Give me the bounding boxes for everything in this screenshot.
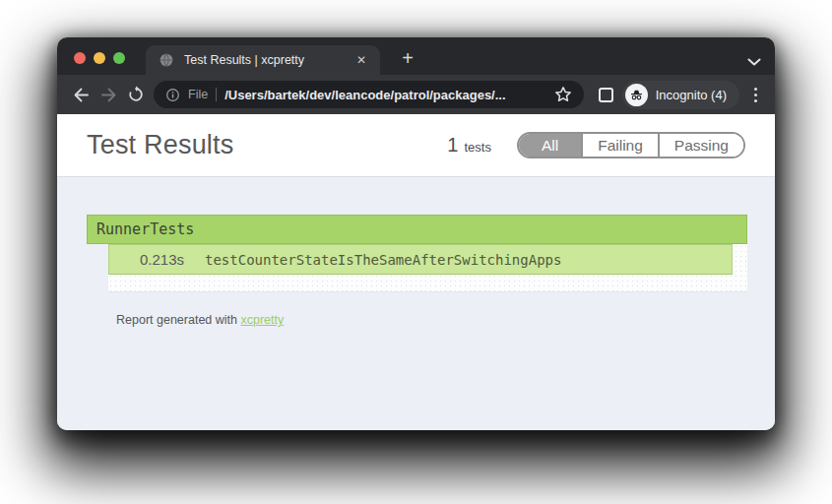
test-count-unit: tests [464,140,490,155]
browser-tab[interactable]: Test Results | xcpretty ✕ [146,45,380,75]
zoom-window-button[interactable] [113,52,125,64]
results-area: RunnerTests 0.213s testCounterStateIsThe… [57,177,775,347]
plus-icon: + [402,47,414,69]
suite-name: RunnerTests [96,220,194,238]
tab-title: Test Results | xcpretty [184,53,352,67]
browser-menu-button[interactable] [745,81,765,108]
arrow-right-icon [99,86,118,104]
tab-strip: Test Results | xcpretty ✕ + [57,37,775,75]
forward-button[interactable] [95,81,122,108]
test-count-value: 1 [447,134,458,157]
url-bar[interactable]: File /Users/bartek/dev/leancode/patrol/p… [154,81,584,108]
xcpretty-link[interactable]: xcpretty [240,313,284,327]
test-row: 0.213s testCounterStateIsTheSameAfterSwi… [108,244,733,275]
side-panel-icon[interactable] [599,88,613,102]
filter-group: All Failing Passing [517,132,745,158]
url-divider [216,88,217,101]
filter-all-button[interactable]: All [519,134,581,157]
report-footer: Report generated with xcpretty [87,292,747,347]
test-count: 1 tests [447,134,491,157]
incognito-badge[interactable]: Incognito (4) [622,81,739,109]
globe-favicon-icon [159,52,174,68]
arrow-left-icon [72,86,91,104]
traffic-lights [74,52,125,64]
test-suite: RunnerTests 0.213s testCounterStateIsThe… [87,215,747,292]
back-button[interactable] [67,81,95,108]
page-header: Test Results 1 tests All Failing Passing [57,114,775,177]
browser-window: Test Results | xcpretty ✕ + [57,37,775,430]
tests-container: 0.213s testCounterStateIsTheSameAfterSwi… [108,244,747,292]
tab-close-icon[interactable]: ✕ [352,52,370,68]
reload-icon [127,86,145,103]
filter-passing-button[interactable]: Passing [658,134,743,157]
chevron-down-icon [747,58,761,66]
info-icon[interactable] [165,88,180,102]
page-content: Test Results 1 tests All Failing Passing… [57,114,775,430]
browser-toolbar: File /Users/bartek/dev/leancode/patrol/p… [57,75,775,114]
incognito-icon [625,84,648,106]
test-duration: 0.213s [109,251,184,268]
url-path: /Users/bartek/dev/leancode/patrol/packag… [224,88,546,102]
window-expand-button[interactable] [747,52,761,70]
minimize-window-button[interactable] [94,52,105,64]
bookmark-star-icon[interactable] [554,86,572,103]
test-name: testCounterStateIsTheSameAfterSwitchingA… [205,252,561,268]
page-title: Test Results [87,130,233,160]
close-window-button[interactable] [74,52,86,64]
new-tab-button[interactable]: + [394,45,421,73]
incognito-label: Incognito (4) [656,88,727,102]
kebab-menu-icon [754,88,757,91]
footer-text: Report generated with [116,313,240,327]
filter-failing-button[interactable]: Failing [581,134,658,157]
suite-header: RunnerTests [87,215,747,244]
url-scheme-label: File [188,88,208,101]
reload-button[interactable] [122,81,150,108]
